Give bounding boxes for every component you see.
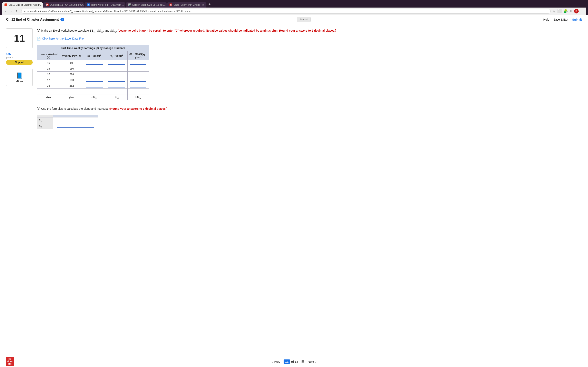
address-bar[interactable]: ezto.mheducation.com/ext/map/index.html?… [21,9,551,14]
cell-yy4[interactable] [105,77,128,83]
points-label: points [6,56,13,59]
input-xx3[interactable] [86,73,103,76]
help-link[interactable]: Help [543,18,549,21]
cell-sum-xx[interactable] [83,89,105,94]
tab-5[interactable]: C Chat - Learn with Chegg ✕ [167,2,207,8]
screenshot-icon[interactable]: ⬜ [557,9,562,13]
cell-xx1[interactable] [83,60,105,66]
new-tab-button[interactable]: + [207,2,212,8]
excel-file-icon: 📄 [37,37,41,41]
page-title: Ch 12 End of Chapter Assignment [6,18,59,21]
cell-sum-x[interactable] [37,89,60,94]
input-sum-xy[interactable] [130,90,146,93]
cell-xy5[interactable] [127,83,149,89]
download-icon[interactable]: ⬇ [570,9,572,13]
input-sum-y[interactable] [63,90,80,93]
input-xx2[interactable] [86,67,103,70]
info-icon[interactable]: i [61,18,64,21]
cell-y5: 262 [60,83,83,89]
footer-ybar: ybar [60,94,83,100]
data-table: Part-Time Weekly Earnings ($) by College… [37,45,149,100]
cell-sum-y[interactable] [60,89,83,94]
table-row: 17 163 [37,77,149,83]
cell-xx4[interactable] [83,77,105,83]
cell-sum-xy[interactable] [127,89,149,94]
part-b-question: (b) Use the formulas to calculate the sl… [37,106,582,111]
cell-yy1[interactable] [105,60,128,66]
input-xx1[interactable] [86,61,103,65]
input-yy3[interactable] [108,73,125,76]
cell-sum-yy[interactable] [105,89,128,94]
excel-data-link[interactable]: Click here for the Excel Data File [42,37,84,40]
tab-1[interactable]: ✦ Ch 12 End of Chapter Assign... ✕ [2,2,43,8]
input-yy5[interactable] [108,84,125,87]
intercept-label-cell: b0 [37,123,53,129]
tab-3[interactable]: ★ Homework Help - Q&A from ... ✕ [85,2,125,8]
part-a-question: (a) Make an Excel worksheet to calculate… [37,28,582,33]
col-header-y: Weekly Pay (Y) [60,51,83,60]
input-sum-yy[interactable] [108,90,125,93]
cell-xy1[interactable] [127,60,149,66]
input-sum-x[interactable] [40,90,57,93]
save-exit-link[interactable]: Save & Exit [553,18,568,21]
footer-ssyy: SSyy [105,94,128,100]
part-b-instruction: (Round your answers to 3 decimal places.… [109,107,167,110]
submit-link[interactable]: Submit [572,18,582,21]
input-xy1[interactable] [130,61,146,65]
tab-4[interactable]: 📷 Screen Shot 2024-06-15 at S... ✕ [126,2,167,8]
col-header-xy: (xi − xbar)(yi − ybar) [127,51,149,60]
table-header-row: Hours Worked(X) Weekly Pay (Y) (xi − xba… [37,51,149,60]
cell-yy5[interactable] [105,83,128,89]
ebook-icon: 📘 [8,72,30,79]
browser-chrome: ✦ Ch 12 End of Chapter Assign... ✕ M Que… [0,0,588,15]
part-a-prefix: (a) [37,29,40,32]
back-button[interactable]: ‹ [4,9,8,13]
cell-y4: 163 [60,77,83,83]
cell-yy3[interactable] [105,72,128,77]
input-xy4[interactable] [130,78,146,82]
cell-xx5[interactable] [83,83,105,89]
ebook-box[interactable]: 📘 eBook [6,69,33,86]
cell-xx2[interactable] [83,66,105,72]
table-caption: Part-Time Weekly Earnings ($) by College… [37,45,149,51]
slope-input-cell[interactable] [53,117,98,123]
cell-yy2[interactable] [105,66,128,72]
cell-xy3[interactable] [127,72,149,77]
profile-icon[interactable]: R [574,9,579,13]
input-sum-xx[interactable] [86,90,103,93]
table-row: 10 91 [37,60,149,66]
input-xx5[interactable] [86,84,103,87]
input-yy4[interactable] [108,78,125,82]
input-yy2[interactable] [108,67,125,70]
cell-x3: 16 [37,72,60,77]
input-xy5[interactable] [130,84,146,87]
cell-xy2[interactable] [127,66,149,72]
refresh-button[interactable]: ↻ [15,9,20,14]
intercept-input[interactable] [57,124,94,128]
input-xy2[interactable] [130,67,146,70]
question-number: 11 [8,33,30,44]
forward-button[interactable]: › [9,9,13,13]
bookmark-icon[interactable]: ☆ [552,9,555,13]
skipped-badge[interactable]: Skipped [6,60,33,65]
table-row: 16 218 [37,72,149,77]
cell-xy4[interactable] [127,77,149,83]
slope-input[interactable] [57,119,94,122]
slope-intercept-table: b1 b0 [37,115,98,129]
col-header-x: Hours Worked(X) [37,51,60,60]
saved-badge: Saved [297,17,311,22]
tab-2-label: Question 11 - Ch 12 End of Ch... [50,3,84,6]
intercept-input-cell[interactable] [53,123,98,129]
extensions-icon[interactable]: 🧩 [563,9,568,13]
tab-2[interactable]: M Question 11 - Ch 12 End of Ch... ✕ [43,2,84,8]
cell-xx3[interactable] [83,72,105,77]
input-xx4[interactable] [86,78,103,82]
menu-icon[interactable]: ⋮ [580,9,584,13]
input-yy1[interactable] [108,61,125,65]
cell-x2: 15 [37,66,60,72]
tab-5-close[interactable]: ✕ [202,4,204,6]
input-xy3[interactable] [130,73,146,76]
part-a-text: Make an Excel worksheet to calculate SSx… [41,29,117,32]
tab-3-label: Homework Help - Q&A from ... [91,3,124,6]
slope-label-cell: b1 [37,117,53,123]
